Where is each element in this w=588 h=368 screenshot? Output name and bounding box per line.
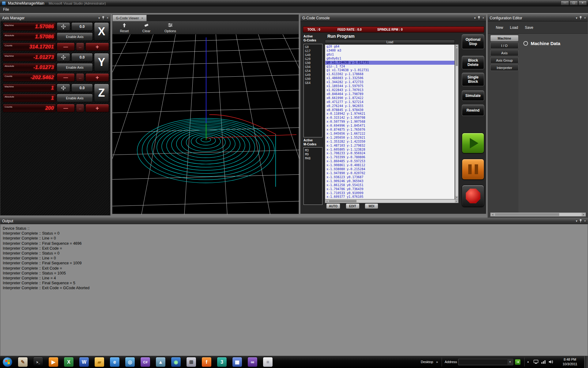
cmd-icon[interactable]: >_ [33,357,43,367]
visual-studio-icon[interactable]: ∞ [247,357,258,367]
scrollbar-thumb[interactable] [329,200,356,202]
jog-minus-button[interactable]: — [57,73,75,82]
gcode-line[interactable]: x-1.861258 y0.554151 [325,183,454,187]
desktop-toolbar-label[interactable]: Desktop [421,360,433,364]
pin-icon[interactable] [579,219,582,223]
scroll-right-icon[interactable]: ▸ [582,213,586,216]
gcode-line[interactable]: x1.486083 y-1.332506 [325,76,454,80]
gcode-line[interactable]: x-1.860485 y-0.597253 [325,159,454,163]
gcode-line[interactable]: x-0.315142 y-1.950708 [325,116,454,120]
jog-button[interactable] [57,53,70,61]
gcode-line[interactable]: x-1.793399 y-0.780806 [325,155,454,159]
close-button[interactable]: × [579,1,587,5]
chevron-down-icon[interactable]: ▾ [576,17,577,20]
csharp-icon[interactable]: C# [140,357,150,367]
gcode-line[interactable]: x-1.605805 y-1.123828 [325,148,454,152]
media-player-icon[interactable]: ▶ [48,357,58,367]
paint-icon[interactable]: ✎ [18,357,28,367]
movie-maker-icon[interactable]: ▦ [232,357,242,367]
close-icon[interactable]: × [584,17,586,20]
address-go-button[interactable]: ➜ [515,359,521,365]
new-button[interactable]: New [496,25,503,30]
toolbar-overflow-chevron[interactable]: » [436,360,438,364]
jog-plus-button[interactable]: + [85,73,109,82]
close-icon[interactable]: × [107,17,108,20]
block-delete-button[interactable]: Block Delete [462,56,484,69]
gcode-line[interactable]: x-1.609377 y1.076105 [325,195,454,199]
gcode-line[interactable]: x1.344282 y-1.472733 [325,80,454,84]
config-tab-axis[interactable]: Axis [490,50,518,56]
options-button[interactable]: Options [161,22,179,34]
volume-tray-icon[interactable] [548,360,554,364]
single-block-button[interactable]: Single Block [462,73,484,86]
jog-step-button[interactable]: ... [76,43,84,51]
rewind-button[interactable]: Rewind [462,105,484,116]
taskbar-clock[interactable]: 8:48 PM 10/3/2011 [560,357,580,366]
close-icon[interactable]: × [482,17,484,20]
stop-button[interactable] [462,185,484,207]
feed-hold-button[interactable] [462,159,484,180]
close-icon[interactable]: × [584,220,586,223]
gcode-line[interactable]: x-1.708233 y-0.956924 [325,151,454,155]
minimize-button[interactable]: — [561,1,569,5]
gcode-line[interactable]: s3400 m3 [325,49,454,53]
config-tab-i-o[interactable]: I / O [490,42,518,49]
mdi-mode-button[interactable]: MDI [365,203,378,209]
scroll-up-icon[interactable]: ▲ [455,45,458,48]
gcode-program-listing[interactable]: g20 g64s3400 m3g0z1g0x0y0z1g0 x1.724638 … [325,44,455,199]
show-desktop-button[interactable] [584,356,588,368]
config-horizontal-scrollbar[interactable]: ◂ ▸ [490,213,586,217]
gcode-line[interactable]: x-1.908861 y-0.408112 [325,163,454,167]
gcode-line[interactable]: x-1.205650 y-1.552921 [325,136,454,140]
zero-axis-button[interactable]: 0.0 [71,22,93,31]
simulate-button[interactable]: Simulate [462,90,484,101]
enable-axis-button[interactable]: Enable Axis [57,33,93,41]
chevron-down-icon[interactable]: ▾ [98,17,100,20]
photo-viewer-icon[interactable]: ▲ [156,357,166,367]
gcode-line[interactable]: x-1.947890 y-0.020702 [325,171,454,175]
gcode-line[interactable]: x-1.794786 y0.736439 [325,187,454,191]
3ds-max-icon[interactable]: 3 [217,357,227,367]
gcode-line[interactable]: x-1.045656 y-1.667222 [325,132,454,136]
jog-minus-button[interactable]: — [57,43,75,51]
menu-file[interactable]: File [0,7,12,12]
gcode-line[interactable]: x1.189344 y-1.597975 [325,84,454,88]
gcode-line-current[interactable]: g0 x1.724638 y-1.012731 [325,61,454,65]
pin-icon[interactable] [478,16,480,20]
scroll-right-icon[interactable]: ▸ [455,200,458,203]
gcode-line[interactable]: x-1.938080 y-0.215284 [325,167,454,171]
optional-stop-button[interactable]: Optional Stop [462,34,484,49]
program-horizontal-scrollbar[interactable]: ◂ ▸ [325,199,458,203]
pin-icon[interactable] [579,16,582,20]
internet-explorer-icon[interactable]: e [110,357,120,367]
auto-mode-button[interactable]: AUTO [326,203,340,209]
folder-icon[interactable]: ▰ [94,357,104,367]
jog-plus-button[interactable]: + [85,104,109,112]
jog-button[interactable] [57,22,70,31]
tab-close-icon[interactable]: × [141,17,143,20]
gcode-line[interactable]: x-0.874875 y-1.765076 [325,128,454,132]
scrollbar-thumb[interactable] [456,48,458,66]
browser-globe-icon[interactable]: ◎ [125,357,135,367]
scroll-left-icon[interactable]: ◂ [325,200,329,203]
scroll-left-icon[interactable]: ◂ [491,213,495,216]
jog-step-button[interactable]: ... [76,73,84,82]
zero-axis-button[interactable]: 0.0 [71,84,93,92]
gcode-line[interactable]: g20 g64 [325,45,454,49]
tab-gcode-viewer[interactable]: G-Code Viewer × [112,15,147,21]
calculator-icon[interactable]: ⊞ [186,357,196,367]
gcode-line[interactable]: g1 x1.724638 y-1.012731 [325,68,454,72]
config-tab-machine[interactable]: Machine [490,35,518,41]
edit-mode-button[interactable]: EDIT [346,203,360,209]
gcode-line[interactable]: g0x0y0z1 [325,57,454,61]
chevron-down-icon[interactable]: ▾ [474,17,476,20]
gcode-line[interactable]: x-0.507799 y-1.907568 [325,120,454,124]
pin-icon[interactable] [102,16,104,20]
gcode-line[interactable]: x-0.118942 y-1.974421 [325,112,454,116]
scrollbar-thumb[interactable] [495,213,559,216]
network-tray-icon[interactable] [541,360,546,364]
gcode-line[interactable]: x0.661990 y-1.872422 [325,96,454,100]
gcode-line[interactable]: g0z1 [325,53,454,57]
save-button[interactable]: Save [525,25,533,30]
address-input[interactable]: ▼ [458,359,513,365]
